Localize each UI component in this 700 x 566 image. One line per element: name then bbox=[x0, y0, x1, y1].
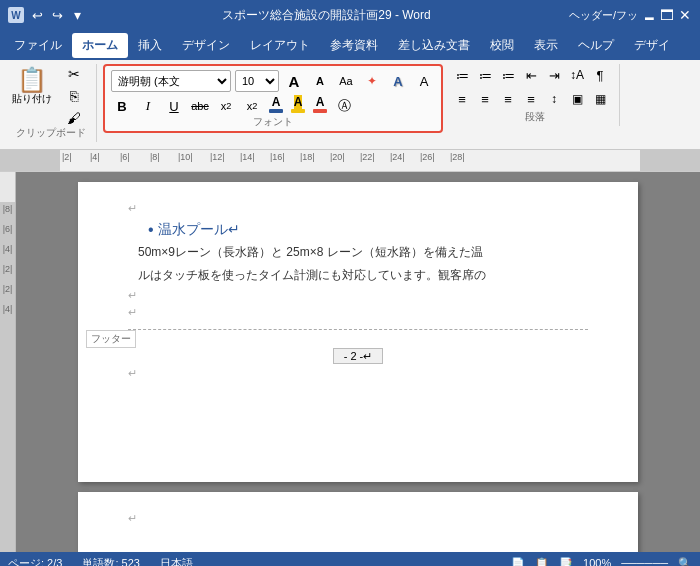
copy-button[interactable]: ⎘ bbox=[60, 86, 88, 106]
paragraph-section: ≔ ≔ ≔ ⇤ ⇥ ↕A ¶ ≡ ≡ ≡ ≡ ↕ ▣ ▦ 段落 bbox=[451, 64, 620, 126]
menu-item-差し込み文書[interactable]: 差し込み文書 bbox=[388, 33, 480, 58]
bold-button[interactable]: B bbox=[111, 95, 133, 117]
title-bar-left: W ↩ ↪ ▾ bbox=[8, 7, 84, 23]
pages-container: ↵ • 温水プール↵ 50m×9レーン（長水路）と 25m×8 レーン（短水路）… bbox=[16, 172, 700, 552]
clipboard-label: クリップボード bbox=[16, 126, 86, 140]
redo-button[interactable]: ↪ bbox=[50, 8, 64, 22]
menu-item-挿入[interactable]: 挿入 bbox=[128, 33, 172, 58]
menu-item-校閲[interactable]: 校閲 bbox=[480, 33, 524, 58]
para-mark-1: ↵ bbox=[128, 202, 588, 215]
menu-item-ホーム[interactable]: ホーム bbox=[72, 33, 128, 58]
bullet-symbol: • bbox=[148, 221, 154, 239]
text-highlight-button[interactable]: ✦ bbox=[361, 70, 383, 92]
increase-indent-button[interactable]: ⇥ bbox=[543, 64, 565, 86]
page-content-1: ↵ • 温水プール↵ 50m×9レーン（長水路）と 25m×8 レーン（短水路）… bbox=[128, 202, 588, 380]
word-count: 単語数: 523 bbox=[82, 556, 139, 567]
title-bar: W ↩ ↪ ▾ スポーツ総合施設の開設計画29 - Word ヘッダー/フッ 🗕… bbox=[0, 0, 700, 30]
highlight-color-button[interactable]: A bbox=[289, 95, 307, 117]
highlight-char: A bbox=[294, 95, 303, 109]
title-bar-right: ヘッダー/フッ 🗕 🗖 ✕ bbox=[569, 8, 692, 23]
align-left-button[interactable]: ≡ bbox=[451, 88, 473, 110]
page-number: - 2 -↵ bbox=[333, 348, 384, 364]
paste-button[interactable]: 📋 貼り付け bbox=[6, 64, 58, 110]
view-mode-web[interactable]: 📋 bbox=[535, 557, 549, 567]
change-case-button[interactable]: Aa bbox=[335, 70, 357, 92]
zoom-slider[interactable]: ────── bbox=[621, 557, 668, 566]
horizontal-ruler: |2| |4| |6| |8| |10| |12| |14| |16| |18|… bbox=[0, 150, 700, 172]
page-number-container: - 2 -↵ bbox=[128, 349, 588, 363]
minimize-button[interactable]: 🗕 bbox=[642, 8, 656, 22]
undo-button[interactable]: ↩ bbox=[30, 8, 44, 22]
font-color-char: A bbox=[272, 95, 281, 109]
text-effects-button[interactable]: A bbox=[387, 70, 409, 92]
text-color-char: A bbox=[316, 95, 325, 109]
line-spacing-button[interactable]: ↕ bbox=[543, 88, 565, 110]
align-right-button[interactable]: ≡ bbox=[497, 88, 519, 110]
view-mode-print[interactable]: 📄 bbox=[511, 557, 525, 567]
align-center-button[interactable]: ≡ bbox=[474, 88, 496, 110]
strikethrough-button[interactable]: abc bbox=[189, 95, 211, 117]
zoom-in-icon[interactable]: 🔍 bbox=[678, 557, 692, 567]
circle-a-button[interactable]: Ⓐ bbox=[333, 95, 355, 117]
bullet-item-1: • 温水プール↵ bbox=[148, 221, 588, 239]
shrink-font-button[interactable]: A bbox=[309, 70, 331, 92]
numbering-button[interactable]: ≔ bbox=[474, 64, 496, 86]
multilevel-list-button[interactable]: ≔ bbox=[497, 64, 519, 86]
borders-button[interactable]: ▦ bbox=[589, 88, 611, 110]
ruler-content: |2| |4| |6| |8| |10| |12| |14| |16| |18|… bbox=[60, 150, 640, 171]
bullets-button[interactable]: ≔ bbox=[451, 64, 473, 86]
shading-button[interactable]: ▣ bbox=[566, 88, 588, 110]
body-text-1: 50m×9レーン（長水路）と 25m×8 レーン（短水路）を備えた温 bbox=[138, 243, 588, 262]
footer-para-mark-2: ↵ bbox=[128, 367, 588, 380]
footer-area: フッター ↵ - 2 -↵ ↵ bbox=[128, 329, 588, 380]
customize-qat-button[interactable]: ▾ bbox=[70, 8, 84, 22]
menu-item-表示[interactable]: 表示 bbox=[524, 33, 568, 58]
justify-button[interactable]: ≡ bbox=[520, 88, 542, 110]
menu-item-ファイル[interactable]: ファイル bbox=[4, 33, 72, 58]
superscript-button[interactable]: x2 bbox=[241, 95, 263, 117]
decrease-indent-button[interactable]: ⇤ bbox=[520, 64, 542, 86]
font-name-select[interactable]: 游明朝 (本文 bbox=[111, 70, 231, 92]
clipboard-small-buttons: ✂ ⎘ 🖌 bbox=[60, 64, 88, 128]
maximize-button[interactable]: 🗖 bbox=[660, 8, 674, 22]
ribbon: 📋 貼り付け ✂ ⎘ 🖌 クリップボード 游明朝 (本文 10 bbox=[0, 60, 700, 150]
underline-button[interactable]: U bbox=[163, 95, 185, 117]
font-section: 游明朝 (本文 10 A A Aa ✦ A A B I U abc x2 x2 bbox=[103, 64, 443, 133]
cut-button[interactable]: ✂ bbox=[60, 64, 88, 84]
page-1: ↵ • 温水プール↵ 50m×9レーン（長水路）と 25m×8 レーン（短水路）… bbox=[78, 182, 638, 482]
italic-button[interactable]: I bbox=[137, 95, 159, 117]
menu-item-レイアウト[interactable]: レイアウト bbox=[240, 33, 320, 58]
clear-formatting-button[interactable]: A bbox=[413, 70, 435, 92]
font-section-label: フォント bbox=[253, 115, 293, 129]
zoom-level: 100% bbox=[583, 557, 611, 566]
paste-label: 貼り付け bbox=[12, 92, 52, 106]
sort-button[interactable]: ↕A bbox=[566, 64, 588, 86]
menu-item-ヘルプ[interactable]: ヘルプ bbox=[568, 33, 624, 58]
ruler-margin-right bbox=[640, 150, 700, 171]
close-button[interactable]: ✕ bbox=[678, 8, 692, 22]
vertical-ruler: |8| |6| |4| |2| |2| |4| bbox=[0, 172, 16, 552]
header-footer-label: ヘッダー/フッ bbox=[569, 8, 638, 23]
font-size-select[interactable]: 10 bbox=[235, 70, 279, 92]
para-mark-2: ↵ bbox=[128, 289, 588, 302]
text-color-bar bbox=[313, 109, 327, 113]
format-painter-button[interactable]: 🖌 bbox=[60, 108, 88, 128]
menu-item-デザイ[interactable]: デザイ bbox=[624, 33, 680, 58]
menu-item-参考資料[interactable]: 参考資料 bbox=[320, 33, 388, 58]
body-text-2: ルはタッチ板を使ったタイム計測にも対応しています。観客席の bbox=[138, 266, 588, 285]
show-marks-button[interactable]: ¶ bbox=[589, 64, 611, 86]
grow-font-button[interactable]: A bbox=[283, 70, 305, 92]
menu-bar: ファイルホーム挿入デザインレイアウト参考資料差し込み文書校閲表示ヘルプデザイ bbox=[0, 30, 700, 60]
title-bar-title: スポーツ総合施設の開設計画29 - Word bbox=[84, 7, 569, 24]
font-color-button[interactable]: A bbox=[267, 95, 285, 117]
view-mode-outline[interactable]: 📑 bbox=[559, 557, 573, 567]
subscript-button[interactable]: x2 bbox=[215, 95, 237, 117]
bullet-text-1: 温水プール↵ bbox=[158, 221, 240, 239]
footer-label: フッター bbox=[86, 330, 136, 348]
highlight-bar bbox=[291, 109, 305, 113]
app-icon: W bbox=[8, 7, 24, 23]
paragraph-section-label: 段落 bbox=[525, 110, 545, 124]
page-content-2: ↵ bbox=[128, 512, 588, 525]
menu-item-デザイン[interactable]: デザイン bbox=[172, 33, 240, 58]
text-color-button[interactable]: A bbox=[311, 95, 329, 117]
